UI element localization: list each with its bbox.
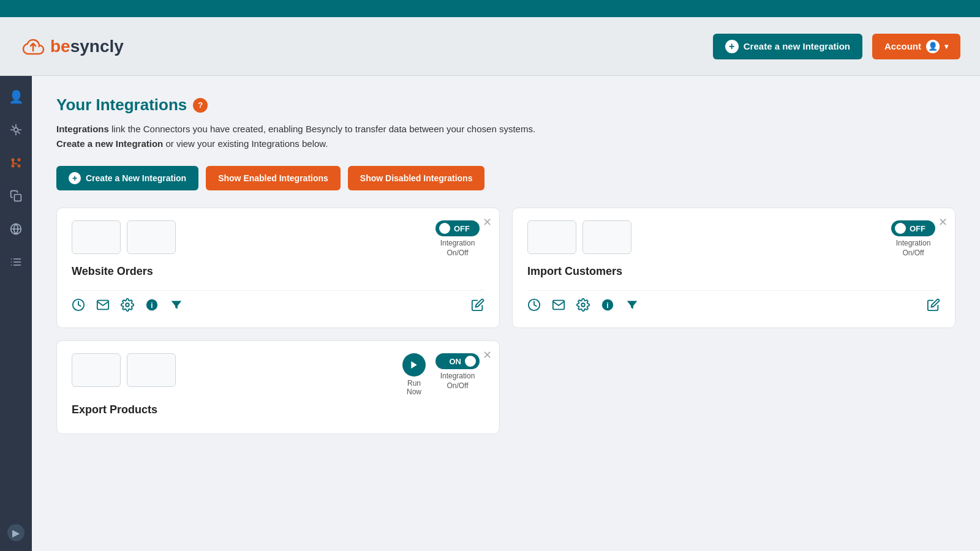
svg-line-3 xyxy=(18,132,20,133)
info-icon-2[interactable]: i xyxy=(601,298,614,315)
sidebar-item-copy[interactable] xyxy=(5,185,27,207)
svg-text:i: i xyxy=(151,301,153,310)
toggle-circle-3 xyxy=(465,356,476,367)
integration-on-off-label-1: IntegrationOn/Off xyxy=(440,239,475,258)
new-integration-label: Create a New Integration xyxy=(86,173,186,183)
header-account-button[interactable]: Account 👤 ▾ xyxy=(872,34,960,59)
svg-point-8 xyxy=(18,159,20,160)
logo-text: besyncly xyxy=(50,37,124,56)
svg-marker-29 xyxy=(411,361,417,369)
description-text1: link the Connectors you have created, en… xyxy=(109,124,535,134)
logo: besyncly xyxy=(20,34,124,59)
logo-placeholder-right-2 xyxy=(582,220,631,254)
logo-placeholder-left-2 xyxy=(527,220,576,254)
header-create-integration-label: Create a new Integration xyxy=(744,41,850,51)
header-chevron-icon: ▾ xyxy=(944,42,948,51)
header-user-icon: 👤 xyxy=(926,40,940,53)
integrations-grid: ✕ OFF IntegrationOn/Off Website Order xyxy=(56,208,956,434)
toggle-circle-2 xyxy=(895,223,906,234)
toggle-switch-export-products[interactable]: ON xyxy=(435,353,480,369)
sidebar-item-plugin[interactable] xyxy=(5,119,27,141)
card-logos-export-products xyxy=(72,353,176,387)
logo-placeholder-right-3 xyxy=(127,353,176,387)
sidebar-item-fork[interactable] xyxy=(5,152,27,174)
card-logos-import-customers xyxy=(527,220,631,254)
card-top-website-orders: OFF IntegrationOn/Off xyxy=(72,220,484,258)
top-bar xyxy=(0,0,980,17)
toggle-on-label-text-3: ON xyxy=(450,357,462,366)
email-icon-2[interactable] xyxy=(552,298,565,315)
svg-text:i: i xyxy=(606,301,608,310)
card-title-import-customers: Import Customers xyxy=(527,265,940,278)
show-enabled-button[interactable]: Show Enabled Integrations xyxy=(206,166,341,190)
create-new-integration-button[interactable]: + Create a New Integration xyxy=(56,166,198,190)
card-actions-import-customers: i xyxy=(527,290,940,315)
card-toggle-import-customers: OFF IntegrationOn/Off xyxy=(891,220,935,258)
settings-icon-1[interactable] xyxy=(121,298,134,315)
settings-icon-2[interactable] xyxy=(576,298,590,315)
sidebar-item-list[interactable] xyxy=(5,251,27,273)
header-plus-icon: + xyxy=(725,40,739,53)
page-title-row: Your Integrations ? xyxy=(56,96,956,114)
new-integration-plus-icon: + xyxy=(69,172,81,184)
sidebar-expand-button[interactable]: ▶ xyxy=(7,524,24,541)
logo-placeholder-left-1 xyxy=(72,220,121,254)
integration-card-website-orders: ✕ OFF IntegrationOn/Off Website Order xyxy=(56,208,500,328)
header-actions: + Create a new Integration Account 👤 ▾ xyxy=(713,34,960,59)
toggle-circle-1 xyxy=(439,223,450,234)
svg-point-26 xyxy=(581,303,585,307)
toggle-label-text-2: OFF xyxy=(910,224,925,233)
card-title-export-products: Export Products xyxy=(72,403,484,416)
header-account-label: Account xyxy=(884,41,921,51)
action-buttons: + Create a New Integration Show Enabled … xyxy=(56,166,956,190)
integration-card-export-products: ✕ RunNow xyxy=(56,340,500,434)
run-now-button[interactable] xyxy=(402,353,426,377)
edit-icon-2[interactable] xyxy=(927,298,940,315)
description-bold: Integrations xyxy=(56,124,109,134)
info-icon-1[interactable]: i xyxy=(145,298,159,315)
card-title-website-orders: Website Orders xyxy=(72,265,484,278)
edit-icon-1[interactable] xyxy=(471,298,484,315)
main-content: Your Integrations ? Integrations link th… xyxy=(32,76,980,551)
toggle-switch-website-orders[interactable]: OFF xyxy=(435,220,480,236)
filter-icon-2[interactable] xyxy=(625,298,639,315)
toggle-label-text-1: OFF xyxy=(454,224,470,233)
email-icon-1[interactable] xyxy=(96,298,110,315)
svg-rect-12 xyxy=(15,195,21,201)
run-now-label: RunNow xyxy=(407,379,421,396)
logo-be: be xyxy=(50,37,70,56)
description-cta: Create a new Integration xyxy=(56,138,163,149)
header-create-integration-button[interactable]: + Create a new Integration xyxy=(713,34,862,59)
card-top-import-customers: OFF IntegrationOn/Off xyxy=(527,220,940,258)
card-top-right-export-products: RunNow ON IntegrationOn/Off xyxy=(402,353,484,396)
logo-cloud-icon xyxy=(20,34,47,59)
card-close-import-customers[interactable]: ✕ xyxy=(938,216,948,229)
header: besyncly + Create a new Integration Acco… xyxy=(0,17,980,76)
sidebar-item-globe[interactable] xyxy=(5,218,27,240)
logo-placeholder-right-1 xyxy=(127,220,176,254)
clock-icon-1[interactable] xyxy=(72,298,85,315)
svg-point-6 xyxy=(14,128,18,132)
toggle-switch-import-customers[interactable]: OFF xyxy=(891,220,935,236)
card-top-export-products: RunNow ON IntegrationOn/Off xyxy=(72,353,484,396)
logo-syncly: syncly xyxy=(70,37,124,56)
card-toggle-export-products: ON IntegrationOn/Off xyxy=(435,353,480,391)
sidebar: 👤 xyxy=(0,76,32,551)
description-text2: or view your existing Integrations below… xyxy=(163,138,328,149)
layout: 👤 xyxy=(0,76,980,551)
card-close-website-orders[interactable]: ✕ xyxy=(483,216,492,229)
integration-card-import-customers: ✕ OFF IntegrationOn/Off Import Custom xyxy=(512,208,956,328)
show-disabled-button[interactable]: Show Disabled Integrations xyxy=(348,166,485,190)
card-logos-website-orders xyxy=(72,220,176,254)
svg-point-9 xyxy=(18,165,20,167)
integration-on-off-label-2: IntegrationOn/Off xyxy=(896,239,931,258)
clock-icon-2[interactable] xyxy=(527,298,541,315)
card-action-icons-website-orders: i xyxy=(72,298,183,315)
card-actions-website-orders: i xyxy=(72,290,484,315)
help-icon[interactable]: ? xyxy=(193,98,208,113)
filter-icon-1[interactable] xyxy=(170,298,183,315)
description: Integrations link the Connectors you hav… xyxy=(56,122,546,151)
card-close-export-products[interactable]: ✕ xyxy=(483,348,492,362)
sidebar-item-users[interactable]: 👤 xyxy=(5,86,27,108)
integration-on-off-label-3: IntegrationOn/Off xyxy=(440,372,475,391)
